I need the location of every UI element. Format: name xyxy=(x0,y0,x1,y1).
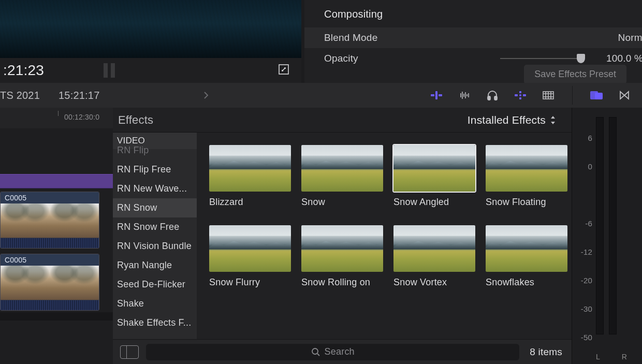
chevron-right-icon[interactable] xyxy=(203,91,209,100)
effect-name: Blizzard xyxy=(209,197,291,208)
svg-rect-1 xyxy=(435,91,437,99)
meter-channel-labels: L R xyxy=(596,353,627,361)
opacity-label: Opacity xyxy=(324,53,500,64)
category-item[interactable]: Shake xyxy=(113,294,197,313)
browser-toggle-icon[interactable] xyxy=(589,88,604,103)
sidebar-toggle-icon[interactable] xyxy=(120,345,139,359)
timecode-marks xyxy=(104,63,115,78)
timecode-bar: :21:23 xyxy=(0,58,301,83)
project-strip: TS 2021 15:21:17 xyxy=(0,83,642,108)
effect-item[interactable]: Snow Flurry xyxy=(209,225,291,288)
meter-tick: -20 xyxy=(581,276,592,304)
effect-name: Snow Floating xyxy=(486,197,567,208)
category-item[interactable]: Shake Effects F... xyxy=(113,313,197,332)
timeline-gap xyxy=(0,312,113,321)
skimming-icon[interactable] xyxy=(429,88,444,103)
meter-left-label: L xyxy=(596,353,600,361)
category-item[interactable]: RN New Wave... xyxy=(113,179,197,198)
effect-item[interactable]: Snow Floating xyxy=(486,145,567,208)
meter-tick: -6 xyxy=(581,219,592,247)
blend-mode-row[interactable]: Blend Mode Normal xyxy=(304,27,642,48)
meter-scale: 60-6-12-20-30-50-∞ xyxy=(581,134,592,364)
effect-item[interactable]: Snow Rolling on xyxy=(301,225,383,288)
meter-right xyxy=(609,117,617,334)
meter-tick: -∞ xyxy=(581,361,592,364)
meter-tick: -50 xyxy=(581,333,592,361)
expand-icon[interactable] xyxy=(278,63,290,76)
opacity-value: 100.0 % xyxy=(591,53,642,64)
viewer-preview xyxy=(0,0,301,58)
clip-name: C0005 xyxy=(1,192,99,203)
project-timestamp: 15:21:17 xyxy=(59,90,99,101)
category-item[interactable]: RN Flip Free xyxy=(113,160,197,179)
effect-thumbnail xyxy=(301,225,383,272)
effect-thumbnail xyxy=(393,225,475,272)
meter-right-label: R xyxy=(622,353,627,361)
svg-rect-6 xyxy=(515,94,518,96)
effect-name: Snow xyxy=(301,197,383,208)
search-input[interactable]: Search xyxy=(146,344,519,360)
effect-name: Snow Flurry xyxy=(209,277,291,288)
inspector-section-title: Compositing xyxy=(304,0,642,27)
timeline-clip[interactable]: C0005 xyxy=(0,254,99,311)
audio-waveform-icon[interactable] xyxy=(457,88,472,103)
effect-thumbnail xyxy=(486,145,567,192)
effect-name: Snowflakes xyxy=(486,277,567,288)
meter-tick: 0 xyxy=(581,162,592,191)
svg-rect-5 xyxy=(494,96,497,100)
category-item[interactable]: RN Snow xyxy=(113,198,197,217)
category-item[interactable]: Ryan Nangle xyxy=(113,256,197,275)
save-effects-preset-button[interactable]: Save Effects Preset xyxy=(524,65,626,84)
effect-thumbnail xyxy=(209,145,291,192)
headphones-icon[interactable] xyxy=(485,88,500,103)
opacity-slider[interactable] xyxy=(500,58,583,59)
effects-scope-dropdown[interactable]: Installed Effects xyxy=(468,114,572,126)
effect-thumbnail xyxy=(301,145,383,192)
meter-tick: -12 xyxy=(581,247,592,276)
snapping-icon[interactable] xyxy=(513,88,528,103)
timeline-ruler[interactable]: 00:12:30:0 xyxy=(0,108,113,128)
meter-left xyxy=(596,117,604,334)
timeline-panel: 00:12:30:0 C0005 C0005 xyxy=(0,108,113,364)
ruler-timecode: 00:12:30:0 xyxy=(64,113,99,121)
effect-item[interactable]: Snow Angled xyxy=(393,145,475,208)
project-name[interactable]: TS 2021 xyxy=(0,90,40,101)
audio-meters: 60-6-12-20-30-50-∞ L R xyxy=(572,108,642,364)
meter-tick: 6 xyxy=(581,134,592,162)
clip-audio-waveform xyxy=(1,238,99,248)
effects-grid: BlizzardSnowSnow AngledSnow FloatingSnow… xyxy=(197,133,572,340)
svg-rect-13 xyxy=(595,93,603,99)
effects-header: Effects Installed Effects xyxy=(113,108,572,133)
effect-item[interactable]: Snow Vortex xyxy=(393,225,475,288)
title-track[interactable] xyxy=(0,174,113,188)
blend-mode-value: Normal xyxy=(583,32,642,43)
svg-rect-7 xyxy=(523,94,526,96)
svg-point-10 xyxy=(519,94,521,96)
meter-bars xyxy=(596,117,617,334)
effects-footer: Search 8 items xyxy=(113,339,572,364)
svg-rect-3 xyxy=(439,94,442,96)
svg-rect-9 xyxy=(519,97,521,99)
category-item[interactable]: RN Snow Free xyxy=(113,217,197,237)
timeline-toggle-icon[interactable] xyxy=(617,88,632,103)
effect-name: Snow Vortex xyxy=(393,277,475,288)
effects-title: Effects xyxy=(113,113,197,127)
filmstrip-icon[interactable] xyxy=(541,88,556,103)
clip-audio-waveform xyxy=(1,300,99,310)
effects-count: 8 items xyxy=(530,346,562,358)
effects-scope-label: Installed Effects xyxy=(468,114,546,126)
meter-tick: -30 xyxy=(581,304,592,333)
meter-tick xyxy=(581,191,592,219)
effect-item[interactable]: Snowflakes xyxy=(486,225,567,288)
effects-categories[interactable]: VIDEORN FlipRN Flip FreeRN New Wave...RN… xyxy=(113,133,197,340)
svg-rect-8 xyxy=(519,91,521,93)
effects-browser: Effects Installed Effects VIDEORN FlipRN… xyxy=(113,108,572,364)
timeline-clip[interactable]: C0005 xyxy=(0,192,99,249)
svg-rect-2 xyxy=(431,94,434,96)
category-item[interactable]: Seed De-Flicker xyxy=(113,275,197,294)
search-placeholder: Search xyxy=(325,346,355,357)
effect-item[interactable]: Snow xyxy=(301,145,383,208)
effect-item[interactable]: Blizzard xyxy=(209,145,291,208)
category-item[interactable]: RN Vision Bundle xyxy=(113,237,197,256)
stepper-icon xyxy=(550,116,556,124)
